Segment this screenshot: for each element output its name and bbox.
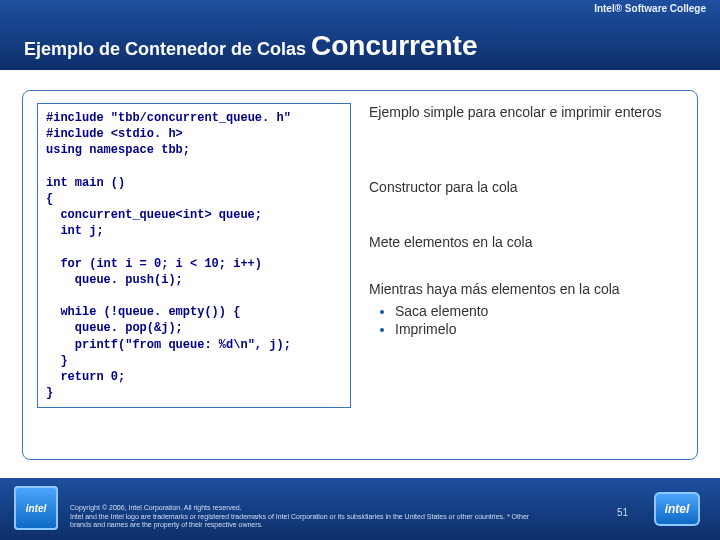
code-line: queue. push(i); (75, 273, 183, 287)
college-label: Intel® Software College (594, 3, 706, 14)
title-big: Concurrente (311, 30, 477, 61)
intel-badge-left: intel (14, 486, 58, 530)
footer-disclaimer: Copyright © 2006, Intel Corporation. All… (70, 504, 540, 530)
title-band: Intel® Software College Ejemplo de Conte… (0, 0, 720, 70)
code-line: for (int i = 0; i < 10; i++) (60, 257, 262, 271)
code-line: int j; (60, 224, 103, 238)
intel-logo-text: intel (26, 503, 47, 514)
code-line: using namespace tbb; (46, 143, 190, 157)
caption-push: Mete elementos en la cola (369, 233, 683, 252)
slide-title: Ejemplo de Contenedor de Colas Concurren… (24, 30, 478, 62)
caption-constructor: Constructor para la cola (369, 178, 683, 197)
caption-column: Ejemplo simple para encolar e imprimir e… (369, 103, 683, 447)
code-line: } (60, 354, 67, 368)
code-line: #include <stdio. h> (46, 127, 183, 141)
code-line: #include "tbb/concurrent_queue. h" (46, 111, 291, 125)
code-box: #include "tbb/concurrent_queue. h" #incl… (37, 103, 351, 408)
code-line: } (46, 386, 53, 400)
code-line: printf("from queue: %d\n", j); (75, 338, 291, 352)
code-line: int main () (46, 176, 125, 190)
content-frame: #include "tbb/concurrent_queue. h" #incl… (22, 90, 698, 460)
copyright-line: Copyright © 2006, Intel Corporation. All… (70, 504, 242, 511)
bullet-item: Imprimelo (395, 321, 683, 337)
code-line: concurrent_queue<int> queue; (60, 208, 262, 222)
intel-logo-text: intel (665, 502, 690, 516)
code-line: { (46, 192, 53, 206)
footer-band: intel Copyright © 2006, Intel Corporatio… (0, 478, 720, 540)
title-small: Ejemplo de Contenedor de Colas (24, 39, 311, 59)
slide-number: 51 (617, 507, 628, 518)
bullet-item: Saca elemento (395, 303, 683, 319)
legal-line: Intel and the Intel logo are trademarks … (70, 513, 529, 529)
bullet-list: Saca elemento Imprimelo (395, 303, 683, 337)
intel-badge-right: intel (654, 492, 700, 526)
code-column: #include "tbb/concurrent_queue. h" #incl… (37, 103, 351, 447)
caption-intro: Ejemplo simple para encolar e imprimir e… (369, 103, 683, 122)
code-line: queue. pop(&j); (75, 321, 183, 335)
code-line: while (!queue. empty()) { (60, 305, 240, 319)
caption-while: Mientras haya más elementos en la cola (369, 280, 683, 299)
code-line: return 0; (60, 370, 125, 384)
